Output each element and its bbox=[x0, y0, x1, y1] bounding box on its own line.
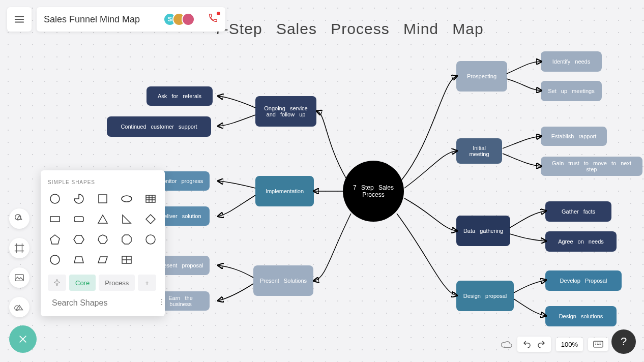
shape-pentagon[interactable] bbox=[48, 233, 63, 246]
help-button[interactable]: ? bbox=[611, 329, 636, 354]
shape-hexagon[interactable] bbox=[72, 233, 86, 246]
svg-rect-1 bbox=[15, 275, 24, 281]
image-icon bbox=[14, 272, 25, 283]
pin-chip[interactable] bbox=[48, 275, 66, 291]
undo-redo-group bbox=[517, 337, 551, 352]
mindmap-root[interactable]: 7 Step Sales Process bbox=[343, 161, 404, 222]
shapes-panel-header: SIMPLE SHAPES bbox=[48, 179, 158, 185]
shapes-tool-button[interactable] bbox=[9, 208, 30, 229]
svg-rect-7 bbox=[50, 217, 60, 222]
zoom-display[interactable]: 100% bbox=[556, 338, 583, 351]
zoom-value: 100% bbox=[561, 341, 578, 348]
call-button[interactable] bbox=[207, 13, 218, 26]
canvas-title: 7-Step Sales Process Mind Map bbox=[214, 20, 484, 38]
svg-point-9 bbox=[146, 235, 155, 244]
shapes-icon bbox=[14, 213, 25, 224]
svg-point-13 bbox=[161, 299, 162, 300]
pin-icon bbox=[53, 279, 61, 287]
shape-table[interactable] bbox=[143, 192, 158, 205]
library-chip-process[interactable]: Process bbox=[99, 275, 135, 291]
close-icon bbox=[18, 334, 28, 344]
svg-point-10 bbox=[50, 255, 60, 264]
avatar[interactable] bbox=[182, 13, 195, 26]
library-chip-core[interactable]: Core bbox=[69, 275, 96, 291]
svg-rect-6 bbox=[146, 195, 155, 202]
shape-octagon[interactable] bbox=[119, 233, 134, 246]
collaborator-avatars[interactable]: S bbox=[167, 13, 195, 26]
draw-icon bbox=[14, 301, 25, 313]
hamburger-icon bbox=[14, 14, 25, 25]
keyboard-icon bbox=[593, 341, 603, 348]
shape-square[interactable] bbox=[96, 192, 110, 205]
shape-right-triangle[interactable] bbox=[119, 213, 134, 226]
shapes-panel: SIMPLE SHAPES Core Process + bbox=[41, 170, 165, 316]
shape-triangle[interactable] bbox=[96, 213, 110, 226]
image-tool-button[interactable] bbox=[9, 267, 30, 288]
shape-pie[interactable] bbox=[72, 192, 86, 205]
svg-rect-16 bbox=[594, 341, 603, 347]
notification-dot bbox=[217, 12, 220, 15]
document-title-card[interactable]: Sales Funnel Mind Map S bbox=[37, 7, 225, 32]
shape-grid bbox=[48, 192, 158, 266]
svg-rect-4 bbox=[99, 195, 107, 203]
svg-point-5 bbox=[122, 196, 132, 202]
shape-heptagon[interactable] bbox=[96, 233, 110, 246]
shape-trapezoid[interactable] bbox=[72, 253, 86, 266]
panel-more-button[interactable] bbox=[158, 298, 166, 308]
close-panel-button[interactable] bbox=[9, 325, 37, 353]
shape-rounded-rect[interactable] bbox=[72, 213, 86, 226]
svg-point-3 bbox=[50, 194, 60, 203]
shape-diamond[interactable] bbox=[143, 213, 158, 226]
shape-circle[interactable] bbox=[48, 192, 63, 205]
cloud-sync-icon[interactable] bbox=[501, 339, 512, 350]
draw-tool-button[interactable] bbox=[9, 297, 30, 317]
kebab-icon bbox=[158, 298, 166, 306]
document-title: Sales Funnel Mind Map bbox=[44, 14, 140, 25]
shape-nonagon[interactable] bbox=[143, 233, 158, 246]
svg-point-14 bbox=[161, 301, 162, 303]
add-library-chip[interactable]: + bbox=[138, 275, 156, 291]
frame-tool-button[interactable] bbox=[9, 238, 30, 258]
shape-rectangle[interactable] bbox=[48, 213, 63, 226]
main-menu-button[interactable] bbox=[7, 7, 32, 32]
shape-parallelogram[interactable] bbox=[96, 253, 110, 266]
svg-point-15 bbox=[161, 304, 162, 305]
shape-grid[interactable] bbox=[119, 253, 134, 266]
frame-icon bbox=[14, 243, 25, 254]
svg-rect-8 bbox=[74, 217, 83, 222]
shape-decagon[interactable] bbox=[48, 253, 63, 266]
redo-button[interactable] bbox=[537, 340, 546, 349]
shape-ellipse[interactable] bbox=[119, 192, 134, 205]
keyboard-shortcuts-button[interactable] bbox=[588, 338, 608, 351]
undo-button[interactable] bbox=[522, 340, 532, 349]
shape-search-input[interactable] bbox=[52, 298, 154, 308]
